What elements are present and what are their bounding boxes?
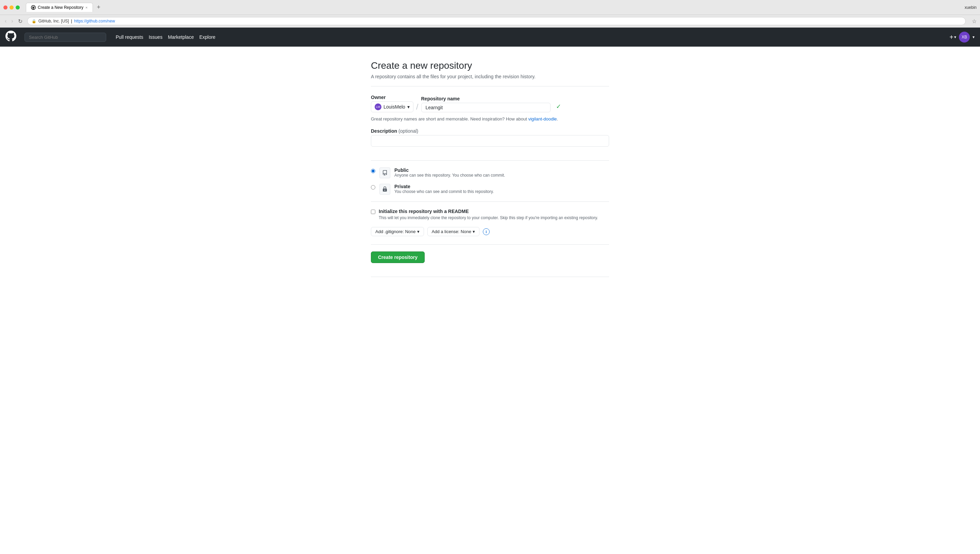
minimize-traffic-light[interactable] <box>10 5 14 10</box>
owner-avatar: LM <box>375 103 382 110</box>
description-section: Description (optional) <box>371 128 609 153</box>
nav-right: + ▾ XB ▾ <box>950 32 975 43</box>
init-title: Initialize this repository with a README <box>379 209 598 214</box>
gitignore-dropdown[interactable]: Add .gitignore: None ▾ <box>371 227 424 236</box>
suggestion-prefix: Great repository names are short and mem… <box>371 116 528 121</box>
github-navbar: Pull requests Issues Marketplace Explore… <box>0 27 980 47</box>
submit-divider <box>371 244 609 245</box>
url-separator: | <box>71 19 72 24</box>
create-repository-button[interactable]: Create repository <box>371 252 425 263</box>
tab-bar: Create a New Repository × + <box>26 3 102 12</box>
init-section: Initialize this repository with a README… <box>371 209 609 220</box>
browser-username: xuebin <box>965 5 977 10</box>
star-icon[interactable]: ☆ <box>972 18 977 24</box>
submit-section: Create repository <box>371 252 609 263</box>
github-logo[interactable] <box>5 30 16 44</box>
lock-icon: 🔒 <box>32 19 37 24</box>
footer-divider <box>371 277 609 277</box>
repo-name-label: Repository name <box>421 96 550 102</box>
avatar-chevron[interactable]: ▾ <box>972 35 975 40</box>
owner-chevron: ▾ <box>407 104 410 110</box>
description-input[interactable] <box>371 135 609 146</box>
nav-marketplace[interactable]: Marketplace <box>168 34 194 40</box>
avatar[interactable]: XB <box>959 32 970 43</box>
tab-favicon <box>31 5 36 10</box>
page-title: Create a new repository <box>371 60 609 71</box>
nav-pull-requests[interactable]: Pull requests <box>116 34 143 40</box>
repo-name-input[interactable] <box>421 103 550 112</box>
company-label: GitHub, Inc. [US] <box>38 19 69 24</box>
visibility-divider <box>371 160 609 161</box>
close-traffic-light[interactable] <box>3 5 8 10</box>
forward-button[interactable]: › <box>10 18 14 25</box>
slash-separator: / <box>416 103 418 111</box>
owner-label: Owner <box>371 95 414 100</box>
private-option: Private You choose who can see and commi… <box>371 184 609 195</box>
url-text: https://github.com/new <box>74 19 115 24</box>
init-readme-checkbox[interactable] <box>371 210 375 214</box>
plus-icon: + <box>950 33 953 41</box>
nav-buttons: ‹ › ↻ <box>3 18 24 25</box>
license-dropdown[interactable]: Add a license: None ▾ <box>427 227 479 236</box>
public-option: Public Anyone can see this repository. Y… <box>371 167 609 178</box>
tab-title: Create a New Repository <box>38 5 83 10</box>
owner-field-group: Owner LM LouisMelo ▾ <box>371 95 414 112</box>
address-input[interactable]: 🔒 GitHub, Inc. [US] | https://github.com… <box>27 17 966 25</box>
private-desc: You choose who can see and commit to thi… <box>395 189 494 194</box>
public-radio[interactable] <box>371 169 375 173</box>
repo-name-field-group: Repository name <box>421 96 550 112</box>
private-radio[interactable] <box>371 185 375 189</box>
init-desc: This will let you immediately clone the … <box>379 215 598 220</box>
toolbar-icons: ☆ <box>972 18 977 24</box>
public-icon <box>379 167 390 178</box>
private-icon <box>379 184 390 195</box>
form-container: Create a new repository A repository con… <box>364 60 616 277</box>
license-label: Add a license: None <box>432 229 471 234</box>
public-desc: Anyone can see this repository. You choo… <box>395 173 505 178</box>
new-tab-button[interactable]: + <box>95 3 103 11</box>
public-title: Public <box>395 167 505 173</box>
maximize-traffic-light[interactable] <box>16 5 20 10</box>
license-chevron: ▾ <box>473 229 475 234</box>
init-divider <box>371 201 609 202</box>
gitignore-chevron: ▾ <box>417 229 420 234</box>
main-content: Create a new repository A repository con… <box>0 47 980 554</box>
dropdowns-row: Add .gitignore: None ▾ Add a license: No… <box>371 227 609 236</box>
nav-issues[interactable]: Issues <box>149 34 162 40</box>
browser-chrome: Create a New Repository × + xuebin <box>0 0 980 15</box>
suggestion-suffix: . <box>557 116 558 121</box>
address-bar: ‹ › ↻ 🔒 GitHub, Inc. [US] | https://gith… <box>0 15 980 27</box>
section-divider-top <box>371 86 609 86</box>
private-title: Private <box>395 184 494 189</box>
init-text: Initialize this repository with a README… <box>379 209 598 220</box>
owner-name: LouisMelo <box>383 104 405 110</box>
nav-explore[interactable]: Explore <box>199 34 215 40</box>
init-option: Initialize this repository with a README… <box>371 209 609 220</box>
tab-close-btn[interactable]: × <box>86 5 88 10</box>
private-text: Private You choose who can see and commi… <box>395 184 494 194</box>
active-tab[interactable]: Create a New Repository × <box>26 3 93 12</box>
optional-tag: (optional) <box>398 128 418 134</box>
nav-links: Pull requests Issues Marketplace Explore <box>116 34 215 40</box>
plus-chevron: ▾ <box>954 35 956 40</box>
traffic-lights <box>3 5 20 10</box>
gitignore-label: Add .gitignore: None <box>375 229 416 234</box>
description-label: Description (optional) <box>371 128 609 134</box>
suggestion-text: Great repository names are short and mem… <box>371 116 609 121</box>
plus-button[interactable]: + ▾ <box>950 33 956 41</box>
page-description: A repository contains all the files for … <box>371 74 609 79</box>
public-text: Public Anyone can see this repository. Y… <box>395 167 505 178</box>
check-icon: ✓ <box>556 103 561 110</box>
suggestion-link[interactable]: vigilant-doodle <box>528 116 557 121</box>
info-icon[interactable]: i <box>483 228 490 235</box>
search-input[interactable] <box>24 33 106 42</box>
visibility-section: Public Anyone can see this repository. Y… <box>371 167 609 195</box>
back-button[interactable]: ‹ <box>3 18 8 25</box>
owner-select[interactable]: LM LouisMelo ▾ <box>371 102 414 112</box>
owner-repo-row: Owner LM LouisMelo ▾ / Repository name ✓ <box>371 95 609 112</box>
refresh-button[interactable]: ↻ <box>17 18 24 25</box>
